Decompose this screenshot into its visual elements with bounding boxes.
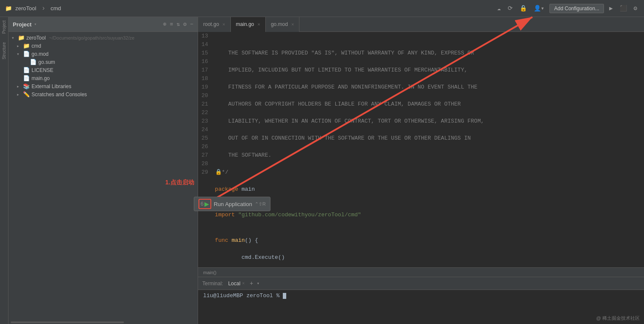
top-bar-right: ☁ ⟳ 🔒 👤▾ Add Configuration... ▶ ⬛ ⚙ [495, 4, 644, 13]
line-num-23: 23 [201, 117, 208, 126]
horizontal-scrollbar[interactable] [9, 321, 198, 324]
license-file-icon: 📄 [23, 67, 30, 73]
code-line-22: package main [215, 185, 644, 194]
tab-rootgo[interactable]: root.go × [198, 17, 231, 32]
tab-gomod-label: go.mod [271, 21, 288, 27]
top-bar: 📁 zeroTool › cmd ☁ ⟳ 🔒 👤▾ Add Configurat… [0, 0, 644, 17]
line-num-17: 17 [201, 66, 208, 75]
line-num-27: 27 [201, 151, 208, 160]
code-line-24: import "github.com/codewithyou/zeroTool/… [215, 211, 644, 219]
run-play-icon: ▶ [204, 201, 209, 207]
line-num-26: 26 [201, 143, 208, 151]
line-num-20: 20 [201, 92, 208, 100]
line-num-18: 18 [201, 75, 208, 83]
terminal-tabs: Terminal: Local × + ▾ [198, 277, 644, 290]
panel-title: Project [13, 21, 32, 28]
tree-gomod[interactable]: ▾ 📄 go.mod [9, 50, 198, 58]
terminal-area: Terminal: Local × + ▾ liu@liudeMBP zeroT… [198, 277, 644, 324]
line-num-13: 13 [201, 32, 208, 40]
terminal-tab-close-icon[interactable]: × [242, 281, 244, 286]
function-indicator: main() [203, 270, 216, 275]
tab-gomod-close-icon[interactable]: × [291, 22, 294, 27]
locate-icon[interactable]: ⊕ [163, 21, 167, 28]
tabs-bar: root.go × main.go × go.mod × [198, 17, 644, 32]
line-num-19: 19 [201, 83, 208, 92]
code-line-20: THE SOFTWARE. [215, 151, 644, 160]
scratches-label: Scratches and Consoles [32, 92, 87, 97]
scratches-arrow-icon: ▸ [17, 92, 21, 97]
tree-license[interactable]: 📄 LICENSE [9, 66, 198, 74]
gosum-file-icon: 📄 [30, 59, 37, 65]
project-strip-label[interactable]: Project [2, 20, 6, 34]
scratches-icon: ✏️ [23, 91, 30, 97]
minus-icon[interactable]: − [190, 21, 193, 28]
lock-icon[interactable]: 🔒 [518, 4, 529, 13]
tab-maingo-label: main.go [236, 21, 254, 27]
user-icon[interactable]: 👤▾ [532, 4, 546, 13]
line-num-16: 16 [201, 57, 208, 66]
code-display: THE SOFTWARE IS PROVIDED "AS IS", WITHOU… [212, 32, 644, 267]
refresh-icon[interactable]: ⟳ [506, 4, 515, 13]
chinese-instruction-label: 1.点击启动 [165, 179, 194, 186]
terminal-chevron-icon[interactable]: ▾ [257, 281, 260, 286]
run-line-number: 6 [201, 201, 204, 207]
run-icon[interactable]: ▶ [607, 4, 614, 13]
cloud-icon[interactable]: ☁ [495, 4, 502, 13]
cmd-label: cmd [32, 43, 41, 49]
tab-gomod[interactable]: go.mod × [266, 17, 299, 32]
code-line-15: IMPLIED, INCLUDING BUT NOT LIMITED TO TH… [215, 66, 644, 75]
project-panel: Project ▾ ⊕ ≡ ⇅ ⚙ − ▾ 📁 zeroTool ~/Docum… [9, 17, 198, 324]
panel-title-area: Project ▾ [13, 21, 37, 28]
root-folder-icon: 📁 [18, 34, 25, 41]
tree-cmd-folder[interactable]: ▸ 📁 cmd [9, 42, 198, 50]
collapse-icon[interactable]: ≡ [170, 21, 173, 28]
tree-scratches[interactable]: ▸ ✏️ Scratches and Consoles [9, 90, 198, 98]
stop-icon[interactable]: ⬛ [618, 4, 629, 13]
structure-strip-label[interactable]: Structure [2, 42, 6, 60]
line-num-29: 29 [201, 168, 208, 177]
root-arrow-icon: ▾ [12, 36, 16, 40]
terminal-add-icon[interactable]: + [250, 280, 253, 287]
code-line-27: cmd.Execute() [215, 253, 644, 262]
ext-lib-icon: 📚 [23, 83, 30, 89]
line-num-24: 24 [201, 126, 208, 134]
breadcrumb-cmd: cmd [51, 5, 61, 11]
line-num-14: 14 [201, 40, 208, 49]
tab-rootgo-close-icon[interactable]: × [222, 22, 225, 27]
run-application-label: Run Application [214, 201, 252, 207]
ext-lib-label: External Libraries [32, 83, 71, 89]
panel-chevron-icon[interactable]: ▾ [34, 22, 37, 27]
editor-area: root.go × main.go × go.mod × 13 14 15 16… [198, 17, 644, 324]
terminal-tab-local[interactable]: Local × [227, 281, 247, 287]
root-label: zeroTool [26, 35, 46, 41]
terminal-prompt-line: liu@liudeMBP zeroTool % [203, 292, 639, 299]
gear-icon[interactable]: ⚙ [183, 21, 187, 28]
tree-root[interactable]: ▾ 📁 zeroTool ~/Documents/go/gopath/src/s… [9, 34, 198, 42]
scrollbar-thumb[interactable] [11, 321, 124, 323]
line-num-28: 28 [201, 160, 208, 168]
tab-maingo[interactable]: main.go × [231, 17, 266, 32]
tree-gosum[interactable]: 📄 go.sum [9, 58, 198, 66]
editor-content: 13 14 15 16 17 18 19 20 21 22 23 24 25 2… [198, 32, 644, 267]
sidebar-strip: Project Structure [0, 17, 9, 324]
tab-maingo-close-icon[interactable]: × [258, 22, 260, 27]
code-line-18: LIABILITY, WHETHER IN AN ACTION OF CONTR… [215, 117, 644, 126]
code-line-17: AUTHORS OR COPYRIGHT HOLDERS BE LIABLE F… [215, 100, 644, 109]
settings-icon[interactable]: ⚙ [632, 4, 639, 13]
line-numbers: 13 14 15 16 17 18 19 20 21 22 23 24 25 2… [198, 32, 212, 267]
ext-lib-arrow-icon: ▸ [17, 84, 21, 89]
expand-icon[interactable]: ⇅ [177, 21, 180, 28]
add-configuration-button[interactable]: Add Configuration... [549, 4, 604, 13]
line-num-21: 21 [201, 100, 208, 109]
tree-external-libraries[interactable]: ▸ 📚 External Libraries [9, 82, 198, 90]
tree-maingo[interactable]: 📄 main.go [9, 74, 198, 82]
breadcrumb-separator: › [41, 5, 46, 12]
panel-header: Project ▾ ⊕ ≡ ⇅ ⚙ − [9, 17, 198, 32]
top-bar-left: 📁 zeroTool › cmd [0, 5, 61, 12]
code-line-19: OUT OF OR IN CONNECTION WITH THE SOFTWAR… [215, 134, 644, 143]
community-watermark: @ 稀土掘金技术社区 [596, 315, 640, 321]
line-num-25: 25 [201, 134, 208, 143]
run-button-box[interactable]: 6 ▶ [198, 199, 211, 209]
gosum-label: go.sum [38, 59, 55, 65]
code-line-14: THE SOFTWARE IS PROVIDED "AS IS", WITHOU… [215, 49, 644, 57]
